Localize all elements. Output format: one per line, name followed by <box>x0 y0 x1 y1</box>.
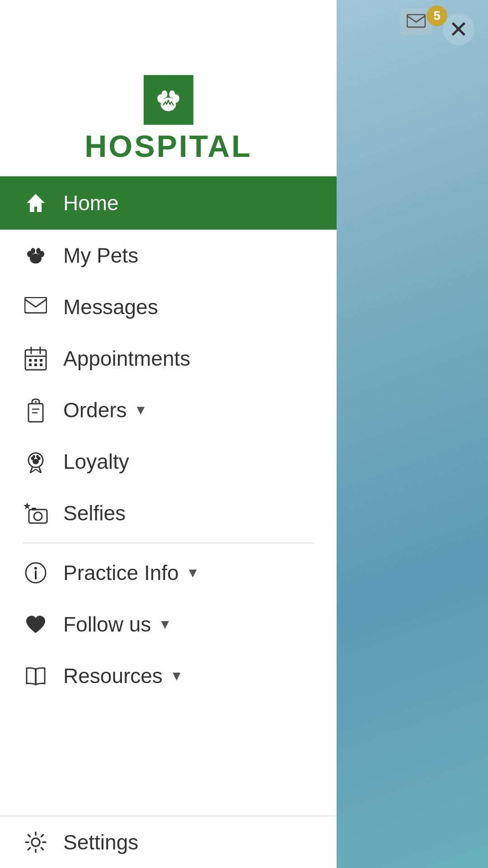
messages-nav-icon <box>23 294 49 320</box>
nav-item-loyalty[interactable]: Loyalty <box>0 436 337 487</box>
orders-label: Orders <box>63 398 127 422</box>
svg-rect-42 <box>32 508 36 510</box>
paw-icon <box>151 83 185 117</box>
svg-point-12 <box>36 248 41 254</box>
close-icon: ✕ <box>449 18 469 41</box>
nav-item-resources[interactable]: Resources ▼ <box>0 650 337 702</box>
practice-info-chevron-icon: ▼ <box>186 565 200 580</box>
message-count-badge: 5 <box>427 5 447 26</box>
resources-label: Resources <box>63 664 163 688</box>
nav-item-settings[interactable]: Settings <box>0 816 337 868</box>
logo-hospital-text: HOSPITAL <box>84 128 252 164</box>
message-icon <box>407 14 426 29</box>
paw-nav-icon <box>23 242 49 269</box>
svg-point-34 <box>36 455 39 458</box>
nav-drawer: CANYON PET <box>0 0 337 868</box>
svg-point-47 <box>32 838 40 846</box>
nav-item-practice-info[interactable]: Practice Info ▼ <box>0 547 337 599</box>
practice-info-icon <box>23 560 49 586</box>
nav-item-appointments[interactable]: Appointments <box>0 333 337 384</box>
settings-icon <box>23 829 49 855</box>
selfies-icon <box>23 500 49 526</box>
close-button[interactable]: ✕ <box>443 14 474 45</box>
resources-chevron-icon: ▼ <box>170 668 183 684</box>
my-pets-label: My Pets <box>63 243 138 268</box>
nav-item-home[interactable]: Home <box>0 176 337 230</box>
follow-us-label: Follow us <box>63 612 151 637</box>
message-badge-area: 5 <box>400 8 447 35</box>
home-icon <box>23 190 49 216</box>
appointments-label: Appointments <box>63 346 190 371</box>
nav-item-orders[interactable]: Orders ▼ <box>0 384 337 436</box>
svg-rect-21 <box>29 363 32 366</box>
appointments-icon <box>23 345 49 372</box>
resources-icon <box>23 663 49 689</box>
practice-info-label: Practice Info <box>63 561 179 585</box>
svg-rect-13 <box>25 297 47 313</box>
loyalty-icon <box>23 448 49 475</box>
svg-point-45 <box>34 567 37 570</box>
messages-label: Messages <box>63 295 158 319</box>
svg-rect-0 <box>407 14 425 27</box>
svg-rect-18 <box>29 359 32 362</box>
logo-container: CANYON PET <box>51 16 286 164</box>
logo-paw-box <box>144 75 193 125</box>
logo-arc-svg: CANYON PET <box>51 16 286 75</box>
logo-area: CANYON PET <box>0 0 337 176</box>
orders-icon <box>23 397 49 423</box>
svg-rect-20 <box>40 359 42 362</box>
svg-point-41 <box>34 512 42 520</box>
svg-marker-39 <box>23 502 31 509</box>
nav-item-selfies[interactable]: Selfies <box>0 487 337 539</box>
follow-us-chevron-icon: ▼ <box>158 617 172 632</box>
svg-point-5 <box>162 90 168 98</box>
selfies-label: Selfies <box>63 501 126 525</box>
svg-point-6 <box>169 90 175 98</box>
loyalty-label: Loyalty <box>63 449 129 474</box>
svg-rect-19 <box>34 359 37 362</box>
nav-item-follow-us[interactable]: Follow us ▼ <box>0 599 337 650</box>
svg-marker-7 <box>27 194 45 212</box>
orders-chevron-icon: ▼ <box>134 402 148 418</box>
svg-rect-23 <box>40 363 42 366</box>
svg-point-33 <box>33 455 35 458</box>
nav-item-messages[interactable]: Messages <box>0 281 337 333</box>
nav-item-my-pets[interactable]: My Pets <box>0 230 337 281</box>
svg-point-11 <box>31 248 35 254</box>
svg-text:CANYON PET: CANYON PET <box>60 16 277 19</box>
home-label: Home <box>63 191 119 215</box>
svg-rect-22 <box>34 363 37 366</box>
settings-label: Settings <box>63 830 138 854</box>
follow-us-icon <box>23 611 49 637</box>
nav-divider <box>23 542 314 543</box>
